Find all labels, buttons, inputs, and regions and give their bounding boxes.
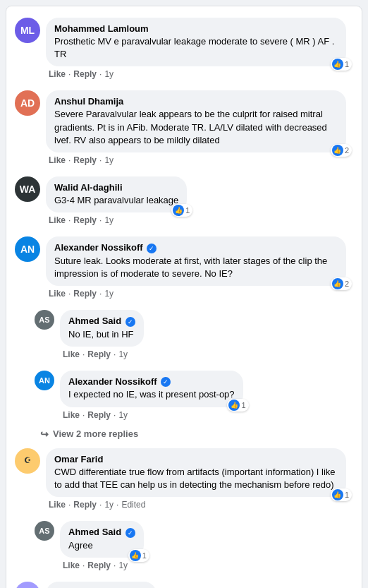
timestamp-ml: 1y [104, 69, 114, 79]
comment-is: IS Issam Shehadeh Lateral leak. Moderate… [6, 576, 362, 588]
verified-as-reply3: ✓ [125, 528, 135, 538]
bubble-wrapper-anshul: Anshul Dhamija Severe Paravalvular leak … [46, 90, 346, 152]
avatar-anshul: AD [15, 90, 40, 116]
like-icon-of: 👍 [332, 489, 343, 500]
like-btn-an-reply2[interactable]: Like [63, 410, 80, 420]
bubble-wrapper-ml: Mohammed Lamloum Prosthetic MV e paraval… [46, 18, 346, 66]
like-badge-an: 👍 2 [331, 277, 352, 290]
avatar-ml: ML [15, 18, 40, 43]
like-btn-as-reply3[interactable]: Like [63, 560, 80, 570]
avatar-as-reply1: AS [35, 310, 54, 330]
author-anshul: Anshul Dhamija [54, 96, 123, 107]
like-btn-of[interactable]: Like [49, 500, 66, 510]
like-icon-ml: 👍 [332, 59, 343, 70]
reply-btn-of[interactable]: Reply [73, 500, 97, 510]
text-as-reply3: Agree [68, 539, 135, 552]
like-count-wa: 1 [185, 206, 190, 215]
view-more-replies[interactable]: ↪ View 2 more replies [6, 426, 362, 443]
timestamp-wa: 1y [104, 215, 114, 225]
like-count-as-reply3: 1 [142, 551, 147, 560]
like-badge-as-reply3: 👍 1 [128, 549, 149, 562]
timestamp-anshul: 1y [104, 155, 114, 165]
comment-body-as-reply1: Ahmed Said ✓ No IE, but in HF Like · Rep… [60, 310, 353, 359]
avatar-of: ☪ [15, 448, 40, 474]
comment-ml: ML Mohammed Lamloum Prosthetic MV e para… [6, 12, 362, 85]
reply-btn-wa[interactable]: Reply [73, 215, 97, 225]
comment-bubble-is: Issam Shehadeh Lateral leak. Moderate. [46, 582, 157, 588]
timestamp-an-reply2: 1y [118, 410, 128, 420]
comment-as-reply3: AS Ahmed Said ✓ Agree 👍 1 Like · Reply ·… [6, 515, 362, 576]
comment-wa: WA Walid Al-daghili G3-4 MR paravalvular… [6, 171, 362, 231]
view-more-icon: ↪ [40, 428, 49, 440]
like-count-ml: 1 [345, 60, 349, 68]
actions-as-reply1: Like · Reply · 1y [60, 349, 353, 359]
comment-bubble-anshul: Anshul Dhamija Severe Paravalvular leak … [46, 90, 346, 152]
like-btn-wa[interactable]: Like [49, 215, 66, 225]
text-of: CWD differentiate true flow from artifac… [54, 466, 338, 491]
verified-as-reply1: ✓ [125, 317, 135, 327]
like-icon-as-reply3: 👍 [130, 550, 141, 561]
comment-an: AN Alexander Nossikoff ✓ Suture leak. Lo… [6, 231, 362, 304]
timestamp-an: 1y [104, 289, 114, 299]
comment-anshul: AD Anshul Dhamija Severe Paravalvular le… [6, 85, 362, 171]
like-btn-as-reply1[interactable]: Like [63, 349, 80, 359]
reply-btn-an[interactable]: Reply [73, 289, 97, 299]
bubble-wrapper-an: Alexander Nossikoff ✓ Suture leak. Looks… [46, 236, 346, 286]
like-count-an-reply2: 1 [241, 401, 245, 409]
author-ml: Mohammed Lamloum [54, 23, 149, 34]
avatar-an: AN [15, 236, 40, 262]
comment-body-wa: Walid Al-daghili G3-4 MR paravalvular le… [46, 176, 353, 225]
bubble-wrapper-wa: Walid Al-daghili G3-4 MR paravalvular le… [46, 176, 187, 212]
avatar-wa: WA [15, 176, 40, 202]
comment-an-reply2: AN Alexander Nossikoff ✓ I expected no I… [6, 365, 362, 426]
comment-bubble-an: Alexander Nossikoff ✓ Suture leak. Looks… [46, 236, 346, 286]
like-icon-an-reply2: 👍 [228, 400, 240, 411]
comment-of: ☪ Omar Farid CWD differentiate true flow… [6, 443, 362, 515]
text-an: Suture leak. Looks moderate at first, wi… [54, 255, 338, 280]
verified-an-reply2: ✓ [161, 377, 171, 387]
comment-bubble-an-reply2: Alexander Nossikoff ✓ I expected no IE, … [60, 371, 243, 407]
view-more-label: View 2 more replies [53, 428, 138, 439]
reply-btn-as-reply1[interactable]: Reply [87, 349, 111, 359]
comment-bubble-wa: Walid Al-daghili G3-4 MR paravalvular le… [46, 176, 187, 212]
text-anshul: Severe Paravalvular leak appears to be t… [54, 108, 338, 147]
actions-wa: Like · Reply · 1y [46, 215, 353, 225]
author-as-reply1: Ahmed Said [68, 316, 121, 326]
like-badge-ml: 👍 1 [331, 58, 352, 71]
edited-of: Edited [121, 500, 145, 510]
comment-bubble-of: Omar Farid CWD differentiate true flow f… [46, 448, 346, 497]
like-badge-wa: 👍 1 [171, 204, 192, 217]
comment-body-is: Issam Shehadeh Lateral leak. Moderate. 👍… [46, 582, 353, 588]
like-btn-an[interactable]: Like [49, 289, 66, 299]
reply-btn-an-reply2[interactable]: Reply [87, 410, 111, 420]
like-btn-anshul[interactable]: Like [49, 155, 66, 165]
author-an-reply2: Alexander Nossikoff [68, 376, 157, 387]
like-count-an: 2 [345, 280, 349, 288]
bubble-wrapper-of: Omar Farid CWD differentiate true flow f… [46, 448, 346, 497]
comment-bubble-ml: Mohammed Lamloum Prosthetic MV e paraval… [46, 18, 346, 66]
text-ml: Prosthetic MV e paravalvular leakage mod… [54, 35, 338, 61]
like-badge-of: 👍 1 [331, 488, 352, 501]
actions-anshul: Like · Reply · 1y [46, 155, 353, 165]
reply-btn-anshul[interactable]: Reply [73, 155, 97, 165]
like-btn-ml[interactable]: Like [49, 69, 66, 79]
comment-body-an-reply2: Alexander Nossikoff ✓ I expected no IE, … [60, 371, 353, 420]
comment-body-of: Omar Farid CWD differentiate true flow f… [46, 448, 353, 510]
comment-body-an: Alexander Nossikoff ✓ Suture leak. Looks… [46, 236, 353, 299]
comment-body-anshul: Anshul Dhamija Severe Paravalvular leak … [46, 90, 353, 165]
actions-ml: Like · Reply · 1y [46, 69, 353, 79]
reply-btn-as-reply3[interactable]: Reply [87, 560, 111, 570]
verified-an: ✓ [147, 244, 157, 253]
like-icon-an: 👍 [332, 278, 343, 289]
like-icon-wa: 👍 [173, 205, 184, 216]
text-wa: G3-4 MR paravalvular leakage [54, 194, 178, 207]
comment-body-ml: Mohammed Lamloum Prosthetic MV e paraval… [46, 18, 353, 79]
author-an: Alexander Nossikoff [54, 242, 143, 253]
author-wa: Walid Al-daghili [54, 182, 123, 193]
like-badge-an-reply2: 👍 1 [227, 399, 248, 412]
bubble-wrapper-an-reply2: Alexander Nossikoff ✓ I expected no IE, … [60, 371, 243, 407]
author-of: Omar Farid [54, 454, 103, 464]
avatar-an-reply2: AN [35, 371, 54, 390]
timestamp-as-reply1: 1y [118, 349, 128, 359]
reply-btn-ml[interactable]: Reply [73, 69, 97, 79]
